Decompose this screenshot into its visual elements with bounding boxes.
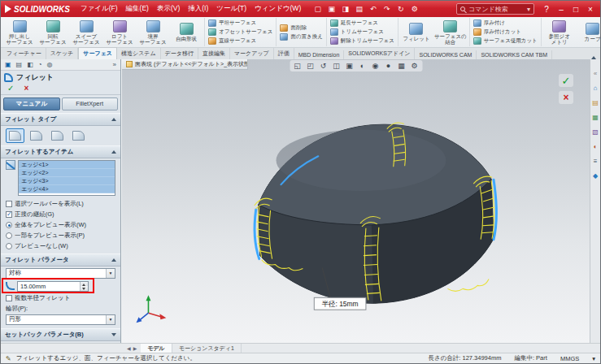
- filletxpert-tab[interactable]: FilletXpert: [62, 98, 119, 110]
- extruded-surface-button[interactable]: 押し出しサーフェス: [3, 20, 36, 45]
- tab-direct-editing[interactable]: 直接編集: [198, 48, 230, 59]
- display-manager-tab-icon[interactable]: ◍: [47, 61, 53, 68]
- search-caret-icon[interactable]: ▾: [527, 6, 530, 13]
- symmetry-dropdown[interactable]: 対称 ▼: [6, 268, 115, 279]
- extend-surface-button[interactable]: 延長サーフェス: [330, 20, 394, 27]
- fillet-type-variable-size-button[interactable]: [27, 128, 46, 143]
- tab-data-migration[interactable]: データ移行: [161, 48, 198, 59]
- knit-surface-button[interactable]: サーフェスの結合: [433, 20, 468, 45]
- list-item[interactable]: エッジ<3>: [19, 177, 115, 185]
- delete-face-button[interactable]: 面削除: [280, 24, 322, 32]
- boundary-surface-button[interactable]: 境界サーフェス: [137, 20, 169, 45]
- tangent-propagation-checkbox[interactable]: 正接の継続(G): [1, 209, 120, 219]
- motion-study-tab[interactable]: モーションスタディ1: [172, 344, 242, 353]
- configuration-manager-tab-icon[interactable]: ◧: [27, 61, 33, 68]
- selected-edges-listbox[interactable]: エッジ<1> エッジ<2> エッジ<3> エッジ<4>: [18, 160, 115, 196]
- menu-insert[interactable]: 挿入(I): [184, 2, 212, 16]
- thickened-cut-button[interactable]: 厚み付けカット: [473, 28, 538, 36]
- list-item[interactable]: エッジ<1>: [19, 161, 115, 169]
- menu-edit[interactable]: 編集(E): [122, 2, 153, 16]
- appearances-scenes-icon[interactable]: ◐: [591, 142, 600, 151]
- revolved-surface-button[interactable]: 回転サーフェス: [37, 20, 69, 45]
- tab-evaluate[interactable]: 評価: [274, 48, 294, 59]
- radius-spinner[interactable]: [80, 282, 88, 291]
- model-3d-part[interactable]: [259, 124, 494, 303]
- previous-view-icon[interactable]: ↺: [317, 60, 329, 72]
- tab-features[interactable]: フィーチャー: [2, 48, 46, 59]
- pm-cancel-button[interactable]: ×: [24, 84, 28, 93]
- units-caret-icon[interactable]: ▾: [592, 355, 595, 362]
- freeform-button[interactable]: 自由形状: [170, 23, 203, 41]
- document-tab[interactable]: 面表現 (デフォルト<<デフォルト>_表示状態 1>): [122, 59, 248, 70]
- home-icon[interactable]: ⌂: [591, 84, 600, 93]
- hide-show-items-icon[interactable]: ◉: [369, 60, 381, 72]
- tab-sketch[interactable]: スケッチ: [46, 48, 79, 59]
- property-manager-tab-icon[interactable]: ▣: [5, 61, 11, 68]
- dimxpert-manager-tab-icon[interactable]: ◔: [38, 61, 42, 68]
- tab-scroll-left-icon[interactable]: ◀: [127, 345, 131, 351]
- units-selector[interactable]: MMGS: [560, 355, 579, 362]
- options-icon[interactable]: ⚙: [408, 3, 420, 15]
- confirm-ok-button[interactable]: ✓: [559, 74, 573, 87]
- cut-with-surface-button[interactable]: サーフェス使用カット: [473, 37, 538, 45]
- menu-window[interactable]: ウィンドウ(W): [250, 2, 305, 16]
- print-icon[interactable]: ▤: [353, 3, 365, 15]
- forum-icon[interactable]: ◆: [591, 171, 600, 180]
- zoom-area-icon[interactable]: ◰: [304, 60, 316, 72]
- close-button[interactable]: ×: [583, 2, 598, 15]
- feature-tree-tab-icon[interactable]: ▤: [16, 61, 23, 68]
- view-settings-icon[interactable]: ⚙: [408, 60, 420, 72]
- swept-surface-button[interactable]: スイープサーフェス: [70, 20, 102, 45]
- setback-parameters-section-header[interactable]: セットバック パラメータ(B): [1, 328, 120, 341]
- profile-dropdown[interactable]: 円形 ▼: [6, 314, 115, 325]
- pane-expand-icon[interactable]: »: [113, 61, 116, 68]
- confirm-cancel-button[interactable]: ×: [559, 91, 573, 104]
- fillet-type-full-round-button[interactable]: [69, 128, 88, 143]
- tab-solidworks-cam[interactable]: SOLIDWORKS CAM: [415, 50, 477, 59]
- tab-scroll-right-icon[interactable]: ▶: [133, 345, 137, 351]
- new-file-icon[interactable]: ▢: [311, 3, 324, 15]
- fillet-type-constant-size-button[interactable]: [6, 128, 24, 143]
- rebuild-icon[interactable]: ↻: [394, 3, 407, 15]
- curves-button[interactable]: カーブ: [577, 23, 600, 41]
- design-library-icon[interactable]: ▤: [591, 98, 600, 107]
- zoom-fit-icon[interactable]: ◱: [291, 60, 303, 72]
- custom-properties-icon[interactable]: ≡: [591, 157, 600, 166]
- view-palette-icon[interactable]: ▧: [591, 128, 600, 136]
- model-canvas[interactable]: 半径: 15mm: [122, 59, 590, 343]
- radius-input[interactable]: 15.00mm: [17, 281, 89, 292]
- trim-surface-button[interactable]: トリムサーフェス: [330, 28, 394, 36]
- manual-tab[interactable]: マニュアル: [3, 98, 60, 110]
- full-preview-radio[interactable]: 全体をプレビュー表示(W): [1, 219, 120, 230]
- no-preview-radio[interactable]: プレビューなし(W): [1, 240, 120, 251]
- tab-surfaces[interactable]: サーフェス: [78, 47, 117, 59]
- model-tab[interactable]: モデル: [141, 344, 172, 353]
- thicken-button[interactable]: 厚み付け: [473, 20, 538, 27]
- graphics-area[interactable]: 半径: 15mm 面表現 (デフォルト<<デフォルト>_表示状態 1>) ◱ ◰…: [122, 59, 590, 343]
- file-explorer-icon[interactable]: ▦: [591, 113, 600, 122]
- display-style-icon[interactable]: ◐: [356, 60, 368, 72]
- dropdown-arrow-icon[interactable]: ▼: [106, 315, 115, 324]
- show-selection-toolbar-checkbox[interactable]: 選択ツールバーを表示(L): [1, 198, 120, 209]
- tab-structure-system[interactable]: 構造システム: [117, 48, 161, 59]
- fillet-parameters-section-header[interactable]: フィレット パラメータ: [1, 254, 120, 266]
- pm-ok-button[interactable]: ✓: [7, 84, 14, 93]
- tab-mbd-dimension[interactable]: MBD Dimension: [294, 50, 345, 59]
- open-file-icon[interactable]: ▣: [325, 3, 338, 15]
- menu-tools[interactable]: ツール(T): [212, 2, 250, 16]
- multi-radius-checkbox[interactable]: 複数半径フィレット: [1, 292, 120, 303]
- untrim-surface-button[interactable]: 解除トリムサーフェス: [330, 37, 394, 45]
- maximize-button[interactable]: □: [568, 2, 583, 15]
- list-item[interactable]: エッジ<4>: [19, 185, 115, 193]
- tab-solidworks-addins[interactable]: SOLIDWORKSアドイン: [344, 48, 415, 59]
- save-icon[interactable]: ◨: [339, 3, 351, 15]
- undo-icon[interactable]: ↶: [367, 3, 379, 15]
- offset-surface-button[interactable]: オフセットサーフェス: [208, 28, 272, 36]
- partial-preview-radio[interactable]: 一部をプレビュー表示(P): [1, 230, 120, 240]
- command-search-box[interactable]: コマンド検索 ▾: [456, 3, 534, 15]
- items-to-fillet-section-header[interactable]: フィレットするアイテム: [1, 145, 120, 158]
- fillet-button[interactable]: フィレット: [400, 23, 433, 41]
- ruled-surface-button[interactable]: 直線サーフェス: [208, 37, 272, 45]
- help-button[interactable]: ?: [539, 2, 554, 15]
- tab-markup[interactable]: マークアップ: [230, 48, 274, 59]
